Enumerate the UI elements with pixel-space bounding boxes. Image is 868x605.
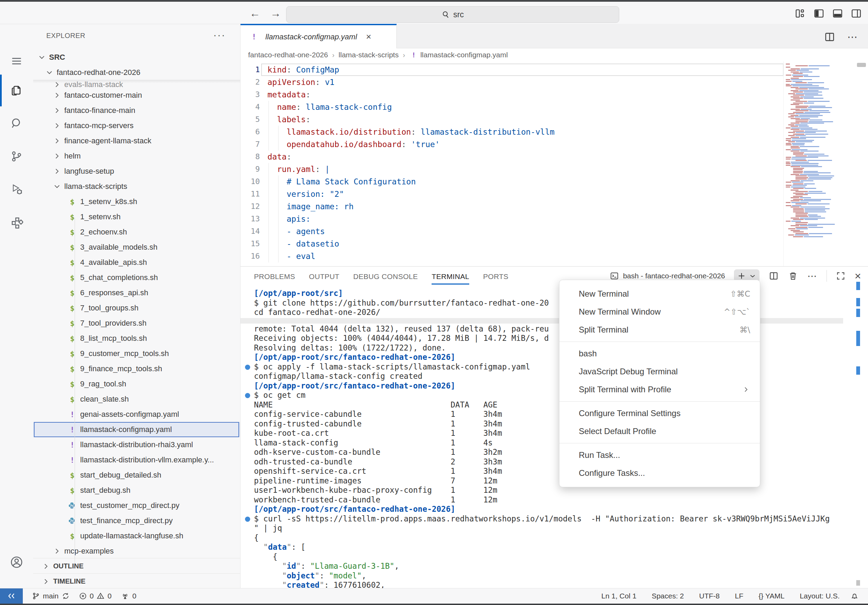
- status-eol[interactable]: LF: [735, 592, 744, 600]
- activity-account-icon[interactable]: [0, 550, 33, 575]
- tree-item[interactable]: !llamastack-distribution-vllm.example.y.…: [33, 452, 240, 467]
- toggle-secondary-sidebar-icon[interactable]: [851, 8, 862, 19]
- breadcrumb-subfolder[interactable]: llama-stack-scripts: [339, 51, 399, 59]
- tree-item[interactable]: $6_responses_api.sh: [33, 285, 240, 300]
- tree-item[interactable]: fantaco-redhat-one-2026: [33, 65, 240, 80]
- tree-item[interactable]: fantaco-mcp-servers: [33, 118, 240, 133]
- split-editor-icon[interactable]: [824, 31, 835, 43]
- status-language-mode[interactable]: {} YAML: [758, 592, 784, 600]
- tree-item[interactable]: !llamastack-configmap.yaml: [33, 422, 240, 437]
- activity-menu-icon[interactable]: [0, 49, 33, 74]
- status-cursor-position[interactable]: Ln 1, Col 1: [601, 592, 637, 600]
- menu-item-configure-terminal-settings[interactable]: Configure Terminal Settings: [560, 404, 760, 422]
- minimap-line: [790, 104, 799, 105]
- editor-scrollbar-thumb[interactable]: [857, 63, 866, 67]
- code-editor[interactable]: 12345678910111213141516 kind: ConfigMapa…: [240, 62, 868, 266]
- tree-item[interactable]: fantaco-customer-main: [33, 88, 240, 103]
- tree-item[interactable]: $9_finance_mcp_tools.sh: [33, 361, 240, 376]
- activity-search-icon[interactable]: [0, 111, 33, 136]
- menu-item-new-terminal[interactable]: New Terminal⇧⌘C: [560, 285, 760, 303]
- notifications-status[interactable]: [850, 591, 859, 600]
- panel-tab-output[interactable]: OUTPUT: [309, 266, 339, 286]
- sidebar-section-timeline[interactable]: TIMELINE: [33, 573, 240, 589]
- tree-item[interactable]: finance-agent-llama-stack: [33, 133, 240, 149]
- activity-run-debug-icon[interactable]: [0, 177, 33, 202]
- tree-item[interactable]: $3_available_models.sh: [33, 240, 240, 255]
- tree-item[interactable]: SRC: [33, 50, 240, 65]
- history-forward-button[interactable]: →: [269, 6, 283, 20]
- panel-more-actions-icon[interactable]: ⋯: [807, 271, 818, 282]
- ports-status[interactable]: 0: [121, 591, 136, 600]
- menu-item-javascript-debug-terminal[interactable]: JavaScript Debug Terminal: [560, 363, 760, 381]
- tree-item[interactable]: test_finance_mcp_direct.py: [33, 513, 240, 528]
- close-panel-icon[interactable]: ×: [854, 270, 861, 282]
- status-indentation[interactable]: Spaces: 2: [652, 592, 684, 600]
- breadcrumb-folder[interactable]: fantaco-redhat-one-2026: [248, 51, 328, 59]
- editor-more-actions-icon[interactable]: ⋯: [847, 31, 858, 43]
- tree-item-label: langfuse-setup: [64, 167, 114, 176]
- tree-item[interactable]: llama-stack-scripts: [33, 179, 240, 194]
- tab-close-icon[interactable]: ×: [366, 31, 371, 42]
- tree-item[interactable]: $8_list_mcp_tools.sh: [33, 331, 240, 346]
- sidebar-section-outline[interactable]: OUTLINE: [33, 558, 240, 574]
- tree-item[interactable]: $1_setenv.sh: [33, 209, 240, 224]
- branch-status[interactable]: main: [32, 592, 70, 600]
- tree-item[interactable]: $7_tool_providers.sh: [33, 316, 240, 331]
- command-decoration-dot[interactable]: [245, 517, 250, 522]
- command-decoration-dot[interactable]: [245, 365, 250, 370]
- problems-status[interactable]: 0 0: [79, 592, 112, 600]
- tab-llamastack-configmap[interactable]: ! llamastack-configmap.yaml ×: [240, 24, 397, 48]
- tree-item[interactable]: !genai-assets-configmap.yaml: [33, 407, 240, 422]
- panel-tab-debug-console[interactable]: DEBUG CONSOLE: [353, 266, 418, 286]
- maximize-panel-icon[interactable]: [836, 271, 846, 281]
- tree-item[interactable]: !llamastack-distribution-rhai3.yaml: [33, 437, 240, 452]
- remote-indicator[interactable]: [0, 588, 23, 603]
- tree-item[interactable]: test_customer_mcp_direct.py: [33, 498, 240, 513]
- status-keyboard-layout[interactable]: Layout: U.S.: [800, 592, 840, 600]
- command-center-search[interactable]: src: [286, 6, 619, 23]
- tree-item[interactable]: $start_debug_detailed.sh: [33, 467, 240, 483]
- menu-item-configure-tasks[interactable]: Configure Tasks...: [560, 464, 760, 482]
- terminal-jq-line: "data": [: [254, 543, 830, 552]
- menu-item-new-terminal-window[interactable]: New Terminal Window^⇧⌥`: [560, 303, 760, 321]
- activity-files-icon[interactable]: [0, 77, 33, 102]
- tree-item[interactable]: helm: [33, 149, 240, 164]
- tree-item[interactable]: $9_customer_mcp_tools.sh: [33, 346, 240, 361]
- kill-terminal-icon[interactable]: [788, 271, 798, 281]
- panel-tab-ports[interactable]: PORTS: [483, 266, 508, 286]
- terminal-scrollbar-thumb[interactable]: [856, 580, 860, 586]
- tree-item[interactable]: $5_chat_completions.sh: [33, 270, 240, 285]
- tree-item[interactable]: langfuse-setup: [33, 164, 240, 179]
- toggle-panel-icon[interactable]: [832, 8, 843, 19]
- explorer-more-actions-icon[interactable]: ···: [213, 29, 226, 41]
- minimap[interactable]: [783, 62, 838, 266]
- menu-item-run-task[interactable]: Run Task...: [560, 446, 760, 464]
- breadcrumb-file[interactable]: llamastack-configmap.yaml: [420, 51, 508, 59]
- terminal-session[interactable]: bash - fantaco-redhat-one-2026: [610, 271, 725, 280]
- tree-item[interactable]: $1_setenv_k8s.sh: [33, 194, 240, 209]
- menu-item-bash[interactable]: bash: [560, 345, 760, 363]
- split-terminal-icon[interactable]: [769, 271, 779, 281]
- tree-item[interactable]: $clean_slate.sh: [33, 391, 240, 407]
- tree-item[interactable]: $2_echoenv.sh: [33, 224, 240, 240]
- tree-item[interactable]: $update-llamastack-langfuse.sh: [33, 528, 240, 543]
- tree-item[interactable]: $4_available_apis.sh: [33, 255, 240, 270]
- activity-source-control-icon[interactable]: [0, 144, 33, 169]
- status-encoding[interactable]: UTF-8: [699, 592, 720, 600]
- toggle-primary-sidebar-icon[interactable]: [814, 8, 825, 19]
- tree-item[interactable]: fantaco-finance-main: [33, 103, 240, 118]
- breadcrumb-separator: ›: [403, 51, 405, 59]
- menu-item-select-default-profile[interactable]: Select Default Profile: [560, 422, 760, 440]
- tree-item[interactable]: $start_debug.sh: [33, 483, 240, 498]
- menu-item-split-terminal[interactable]: Split Terminal⌘\: [560, 321, 760, 339]
- customize-layout-icon[interactable]: [795, 8, 806, 19]
- command-decoration-dot[interactable]: [245, 393, 250, 398]
- menu-item-split-terminal-with-profile[interactable]: Split Terminal with Profile: [560, 381, 760, 399]
- activity-extensions-icon[interactable]: [0, 210, 33, 234]
- panel-tab-problems[interactable]: PROBLEMS: [254, 266, 295, 286]
- tree-item[interactable]: $9_rag_tool.sh: [33, 376, 240, 391]
- tree-item[interactable]: $7_tool_groups.sh: [33, 300, 240, 316]
- history-back-button[interactable]: ←: [248, 6, 262, 20]
- tree-item[interactable]: mcp-examples: [33, 543, 240, 559]
- panel-tab-terminal[interactable]: TERMINAL: [432, 266, 469, 286]
